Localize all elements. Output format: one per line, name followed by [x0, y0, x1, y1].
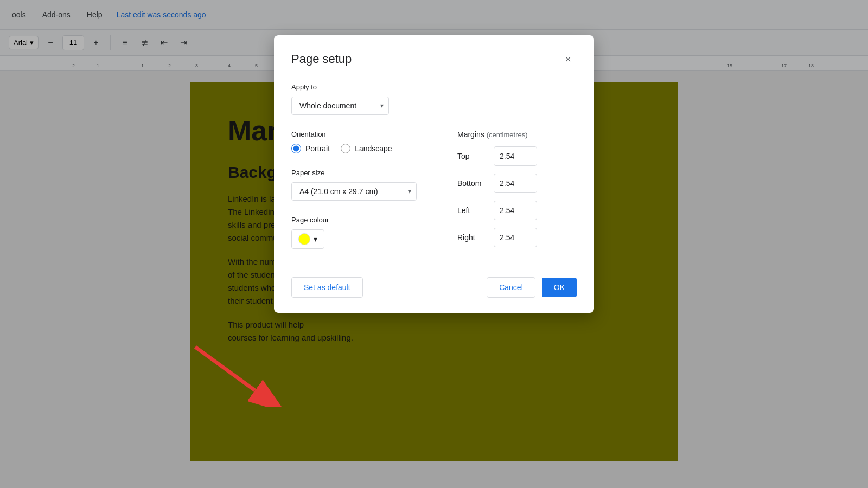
orientation-radio-group: Portrait Landscape [291, 144, 436, 153]
margin-bottom-input[interactable] [494, 174, 537, 193]
margins-label: Margins (centimetres) [457, 130, 577, 139]
page-colour-swatch [298, 233, 310, 245]
margins-unit: (centimetres) [487, 131, 528, 139]
dialog-footer: Set as default Cancel OK [291, 277, 577, 298]
apply-to-select-wrapper: Whole document Selected content ▾ [291, 97, 389, 115]
ok-button[interactable]: OK [542, 278, 577, 297]
paper-size-select-wrapper: A4 (21.0 cm x 29.7 cm) Letter (21.59 cm … [291, 182, 417, 201]
margin-top-label: Top [457, 152, 487, 160]
margin-left-input[interactable] [494, 201, 537, 220]
apply-to-select[interactable]: Whole document Selected content [291, 97, 389, 115]
apply-to-label: Apply to [291, 83, 577, 91]
margin-top-row: Top [457, 146, 577, 166]
color-dropdown-icon: ▾ [314, 235, 317, 243]
orientation-label: Orientation [291, 130, 436, 138]
page-colour-label: Page colour [291, 216, 436, 224]
margin-bottom-label: Bottom [457, 179, 487, 188]
paper-size-label: Paper size [291, 169, 436, 177]
close-button[interactable]: × [559, 50, 577, 68]
margin-right-row: Right [457, 228, 577, 247]
page-colour-section: Page colour ▾ [291, 216, 436, 249]
paper-size-select[interactable]: A4 (21.0 cm x 29.7 cm) Letter (21.59 cm … [291, 182, 417, 201]
page-colour-button[interactable]: ▾ [291, 229, 324, 249]
dialog-title: Page setup [291, 52, 352, 66]
margin-bottom-row: Bottom [457, 174, 577, 193]
cancel-button[interactable]: Cancel [487, 277, 535, 298]
apply-to-section: Apply to Whole document Selected content… [291, 83, 577, 115]
dialog-header: Page setup × [291, 50, 577, 68]
portrait-radio[interactable] [291, 144, 301, 153]
landscape-radio-label[interactable]: Landscape [341, 144, 392, 153]
margin-right-label: Right [457, 233, 487, 242]
paper-size-section: Paper size A4 (21.0 cm x 29.7 cm) Letter… [291, 169, 436, 201]
page-setup-dialog: Page setup × Apply to Whole document Sel… [274, 35, 594, 313]
margins-section: Margins (centimetres) Top Bottom Left Ri… [457, 130, 577, 264]
margin-top-input[interactable] [494, 146, 537, 166]
landscape-label-text: Landscape [355, 144, 392, 153]
portrait-label-text: Portrait [305, 144, 330, 153]
orientation-section: Orientation Portrait Landscape [291, 130, 436, 153]
margin-left-label: Left [457, 206, 487, 215]
set-as-default-button[interactable]: Set as default [291, 277, 363, 298]
form-body: Orientation Portrait Landscape Paper siz… [291, 130, 577, 264]
landscape-radio[interactable] [341, 144, 350, 153]
left-column: Orientation Portrait Landscape Paper siz… [291, 130, 436, 264]
portrait-radio-label[interactable]: Portrait [291, 144, 330, 153]
margin-right-input[interactable] [494, 228, 537, 247]
margin-left-row: Left [457, 201, 577, 220]
